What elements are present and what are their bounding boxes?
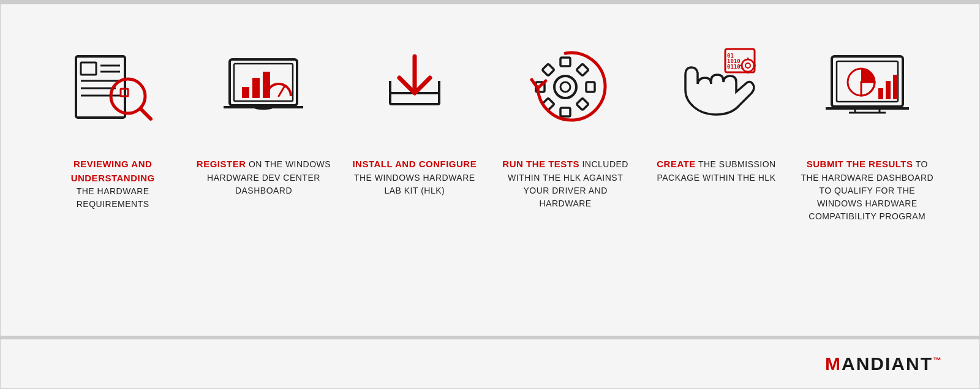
content-area: REVIEWING AND UNDERSTANDING THE HARDWARE…	[1, 4, 979, 336]
svg-point-22	[554, 76, 576, 98]
svg-rect-24	[560, 58, 570, 66]
svg-point-23	[560, 82, 570, 92]
svg-rect-51	[893, 75, 898, 99]
svg-line-17	[279, 86, 285, 96]
step-5-icon: 01 1010 01101	[673, 29, 759, 145]
step-4-text: RUN THE TESTS INCLUDED WITHIN THE HLK AG…	[498, 157, 633, 210]
step-2-icon	[221, 29, 306, 145]
svg-rect-14	[242, 87, 249, 98]
logo-text-2: ANDIANT	[842, 353, 933, 374]
bottom-bar: MANDIANT™	[1, 339, 979, 388]
logo-text: M	[825, 353, 842, 374]
svg-rect-15	[252, 78, 260, 98]
logo-trademark: ™	[933, 355, 943, 365]
svg-point-37	[745, 63, 750, 68]
step-3-text: INSTALL AND CONFIGURE THE WINDOWS HARDWA…	[347, 157, 482, 197]
step-6-icon	[824, 29, 910, 145]
step-4-icon	[522, 29, 608, 145]
step-6-text: SUBMIT THE RESULTS TO THE HARDWARE DASHB…	[800, 157, 935, 223]
svg-line-8	[141, 109, 151, 119]
svg-rect-31	[576, 98, 589, 110]
step-1-icon	[70, 29, 156, 145]
svg-rect-49	[878, 88, 883, 99]
svg-rect-28	[542, 64, 554, 76]
svg-rect-1	[81, 62, 96, 75]
step-6: SUBMIT THE RESULTS TO THE HARDWARE DASHB…	[800, 29, 935, 223]
step-3-icon	[372, 29, 458, 145]
step-5-text: CREATE THE SUBMISSION PACKAGE WITHIN THE…	[649, 157, 783, 184]
step-1: REVIEWING AND UNDERSTANDING THE HARDWARE…	[45, 29, 180, 211]
bottom-section: MANDIANT™	[1, 336, 979, 388]
main-container: REVIEWING AND UNDERSTANDING THE HARDWARE…	[0, 0, 980, 389]
svg-rect-27	[586, 82, 595, 92]
step-4: RUN THE TESTS INCLUDED WITHIN THE HLK AG…	[498, 29, 633, 210]
svg-rect-50	[886, 81, 891, 99]
svg-rect-29	[576, 64, 589, 76]
mandiant-logo: MANDIANT™	[825, 353, 943, 374]
step-2-text: REGISTER ON THE WINDOWS HARDWARE DEV CEN…	[196, 157, 331, 197]
step-5: 01 1010 01101 CREATE THE SUBMISSION PACK…	[649, 29, 783, 184]
svg-rect-25	[560, 108, 570, 116]
step-1-text: REVIEWING AND UNDERSTANDING THE HARDWARE…	[45, 157, 180, 211]
step-3: INSTALL AND CONFIGURE THE WINDOWS HARDWA…	[347, 29, 482, 197]
step-2: REGISTER ON THE WINDOWS HARDWARE DEV CEN…	[196, 29, 331, 197]
